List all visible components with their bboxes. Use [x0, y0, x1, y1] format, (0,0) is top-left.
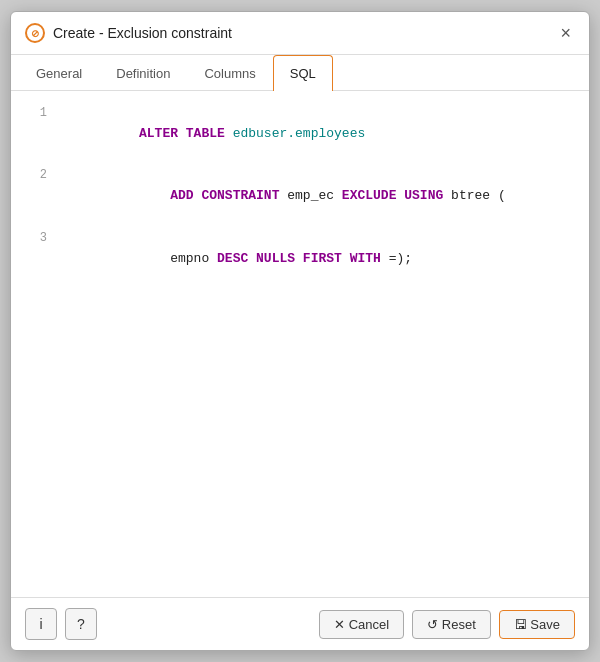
keyword-desc: DESC NULLS FIRST	[217, 251, 350, 266]
tab-sql[interactable]: SQL	[273, 55, 333, 91]
footer-left: i ?	[25, 608, 97, 640]
code-content-1: ALTER TABLE edbuser.employees	[61, 103, 365, 165]
footer-right: ✕ Cancel ↺ Reset 🖫 Save	[319, 610, 575, 639]
help-button[interactable]: ?	[65, 608, 97, 640]
title-bar: ⊘ Create - Exclusion constraint ×	[11, 12, 589, 55]
constraint-icon: ⊘	[25, 23, 45, 43]
dialog-title: Create - Exclusion constraint	[53, 25, 232, 41]
footer: i ? ✕ Cancel ↺ Reset 🖫 Save	[11, 597, 589, 650]
code-editor[interactable]: 1 ALTER TABLE edbuser.employees 2 ADD CO…	[11, 91, 589, 597]
keyword-add: ADD CONSTRAINT	[139, 188, 287, 203]
keyword-alter: ALTER TABLE	[139, 126, 233, 141]
cancel-button[interactable]: ✕ Cancel	[319, 610, 404, 639]
close-button[interactable]: ×	[556, 22, 575, 44]
tab-definition[interactable]: Definition	[99, 55, 187, 91]
constraint-name: emp_ec	[287, 188, 342, 203]
method-name: btree (	[451, 188, 506, 203]
line-number-3: 3	[19, 229, 47, 248]
code-line-3: 3 empno DESC NULLS FIRST WITH =);	[11, 228, 589, 290]
code-line-2: 2 ADD CONSTRAINT emp_ec EXCLUDE USING bt…	[11, 165, 589, 227]
code-line-1: 1 ALTER TABLE edbuser.employees	[11, 103, 589, 165]
dialog: ⊘ Create - Exclusion constraint × Genera…	[10, 11, 590, 651]
code-content-2: ADD CONSTRAINT emp_ec EXCLUDE USING btre…	[61, 165, 506, 227]
reset-button[interactable]: ↺ Reset	[412, 610, 491, 639]
info-button[interactable]: i	[25, 608, 57, 640]
line-number-2: 2	[19, 166, 47, 185]
save-button[interactable]: 🖫 Save	[499, 610, 575, 639]
table-name: edbuser.employees	[233, 126, 366, 141]
column-name: empno	[139, 251, 217, 266]
line-number-1: 1	[19, 104, 47, 123]
tab-bar: General Definition Columns SQL	[11, 55, 589, 91]
content-area: 1 ALTER TABLE edbuser.employees 2 ADD CO…	[11, 91, 589, 597]
operator: =);	[389, 251, 412, 266]
tab-general[interactable]: General	[19, 55, 99, 91]
title-left: ⊘ Create - Exclusion constraint	[25, 23, 232, 43]
keyword-exclude: EXCLUDE USING	[342, 188, 451, 203]
code-content-3: empno DESC NULLS FIRST WITH =);	[61, 228, 412, 290]
keyword-with: WITH	[350, 251, 389, 266]
tab-columns[interactable]: Columns	[187, 55, 272, 91]
